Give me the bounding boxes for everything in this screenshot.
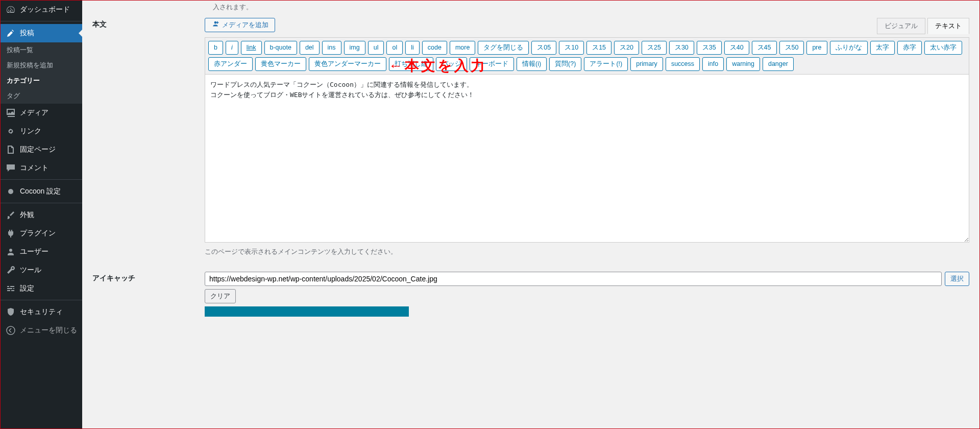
qt-link[interactable]: link	[241, 41, 262, 55]
svg-point-1	[7, 326, 15, 335]
sidebar-item-plugins[interactable]: プラグイン	[1, 224, 82, 243]
body-field-row: 本文 メディアを追加 ビジュアル テキスト bilinkb-quotedelin…	[92, 18, 969, 256]
sidebar-item-settings[interactable]: 設定	[1, 279, 82, 298]
sidebar-label: リンク	[20, 127, 41, 136]
qt-[interactable]: 打ち消し線	[389, 57, 433, 71]
body-description: このページで表示されるメインコンテンツを入力してください。	[205, 247, 969, 256]
qt-warning[interactable]: warning	[726, 57, 760, 71]
menu-separator	[1, 177, 82, 180]
qt-li[interactable]: li	[405, 41, 420, 55]
truncated-text: 入されます。	[92, 1, 969, 18]
qt-img[interactable]: img	[344, 41, 365, 55]
qt-[interactable]: 質問(?)	[549, 57, 581, 71]
qt-bquote[interactable]: b-quote	[264, 41, 297, 55]
qt-[interactable]: アラート(!)	[584, 57, 628, 71]
sidebar-item-tools[interactable]: ツール	[1, 261, 82, 279]
eyecatch-url-input[interactable]	[205, 272, 942, 286]
qt-i[interactable]: 情報(i)	[517, 57, 547, 71]
sidebar-item-cocoon[interactable]: Cocoon 設定	[1, 182, 82, 201]
eyecatch-select-button[interactable]: 選択	[945, 272, 969, 286]
sidebar-label: ツール	[20, 266, 41, 275]
qt-40[interactable]: ス40	[724, 41, 749, 55]
sidebar-item-collapse[interactable]: メニューを閉じる	[1, 321, 82, 340]
body-content: メディアを追加 ビジュアル テキスト bilinkb-quotedelinsim…	[205, 18, 969, 256]
qt-pre[interactable]: pre	[806, 41, 827, 55]
sidebar-label: ダッシュボード	[20, 5, 70, 14]
link-icon	[6, 126, 16, 136]
qt-30[interactable]: ス30	[669, 41, 694, 55]
qt-[interactable]: 太い赤字	[924, 41, 962, 55]
qt-45[interactable]: ス45	[752, 41, 777, 55]
qt-10[interactable]: ス10	[559, 41, 584, 55]
media-add-icon	[211, 21, 219, 29]
qt-15[interactable]: ス15	[586, 41, 611, 55]
qt-35[interactable]: ス35	[697, 41, 722, 55]
plugin-icon	[6, 228, 16, 239]
qt-info[interactable]: info	[702, 57, 724, 71]
qt-ol[interactable]: ol	[386, 41, 403, 55]
sidebar-label: メニューを閉じる	[20, 326, 77, 335]
page-icon	[6, 145, 16, 155]
dashboard-icon	[6, 5, 16, 15]
tab-visual[interactable]: ビジュアル	[877, 18, 925, 34]
qt-[interactable]: 黄色マーカー	[255, 57, 306, 71]
wrench-icon	[6, 265, 16, 275]
sidebar-item-pages[interactable]: 固定ページ	[1, 140, 82, 159]
qt-code[interactable]: code	[422, 41, 447, 55]
qt-[interactable]: 黄色アンダーマーカー	[309, 57, 386, 71]
qt-20[interactable]: ス20	[614, 41, 639, 55]
sidebar-item-posts[interactable]: 投稿	[1, 24, 82, 42]
menu-separator	[1, 298, 82, 300]
qt-i[interactable]: i	[226, 41, 238, 55]
body-label: 本文	[92, 18, 205, 29]
qt-50[interactable]: ス50	[779, 41, 804, 55]
sidebar-item-posts-tag[interactable]: タグ	[1, 88, 82, 104]
qt-[interactable]: バッジ	[436, 57, 467, 71]
sidebar-label: 固定ページ	[20, 145, 56, 154]
qt-05[interactable]: ス05	[531, 41, 556, 55]
qt-[interactable]: タグを閉じる	[478, 41, 529, 55]
user-icon	[6, 247, 16, 257]
sidebar-item-links[interactable]: リンク	[1, 122, 82, 140]
qt-[interactable]: ふりがな	[830, 41, 868, 55]
qt-primary[interactable]: primary	[630, 57, 663, 71]
add-media-button[interactable]: メディアを追加	[205, 18, 275, 32]
qt-danger[interactable]: danger	[763, 57, 794, 71]
eyecatch-content: 選択 クリア	[205, 272, 969, 317]
sidebar-item-posts-list[interactable]: 投稿一覧	[1, 42, 82, 58]
brush-icon	[6, 210, 16, 220]
sidebar-item-posts-new[interactable]: 新規投稿を追加	[1, 58, 82, 73]
qt-[interactable]: 太字	[870, 41, 895, 55]
qt-ul[interactable]: ul	[368, 41, 384, 55]
shield-icon	[6, 307, 16, 317]
sidebar-item-appearance[interactable]: 外観	[1, 206, 82, 224]
media-icon	[6, 108, 16, 118]
qt-b[interactable]: b	[208, 41, 223, 55]
qt-[interactable]: 赤アンダー	[208, 57, 253, 71]
sidebar-item-security[interactable]: セキュリティ	[1, 303, 82, 321]
eyecatch-clear-button[interactable]: クリア	[205, 289, 236, 303]
content-textarea[interactable]	[205, 74, 969, 243]
sidebar-item-comments[interactable]: コメント	[1, 159, 82, 177]
editor-tabs: ビジュアル テキスト	[877, 18, 969, 34]
sidebar-item-dashboard[interactable]: ダッシュボード	[1, 1, 82, 19]
sidebar-label: セキュリティ	[20, 307, 63, 317]
qt-success[interactable]: success	[666, 57, 700, 71]
sidebar-label: コメント	[20, 163, 48, 173]
tab-text[interactable]: テキスト	[927, 18, 969, 34]
qt-[interactable]: 赤字	[897, 41, 922, 55]
sidebar-item-media[interactable]: メディア	[1, 104, 82, 122]
add-media-label: メディアを追加	[222, 20, 268, 30]
sidebar-item-users[interactable]: ユーザー	[1, 243, 82, 261]
qt-[interactable]: キーボード	[470, 57, 514, 71]
posts-submenu: 投稿一覧 新規投稿を追加 カテゴリー タグ	[1, 42, 82, 104]
qt-ins[interactable]: ins	[322, 41, 341, 55]
sidebar-item-posts-category[interactable]: カテゴリー	[1, 73, 82, 88]
sidebar-label: 外観	[20, 210, 34, 220]
sidebar-label: プラグイン	[20, 229, 56, 238]
qt-25[interactable]: ス25	[642, 41, 667, 55]
sidebar-label: Cocoon 設定	[20, 187, 61, 196]
qt-more[interactable]: more	[450, 41, 475, 55]
qt-del[interactable]: del	[300, 41, 320, 55]
main-content: 入されます。 本文 メディアを追加 ビジュアル テキスト bilinkb-quo…	[82, 1, 979, 428]
